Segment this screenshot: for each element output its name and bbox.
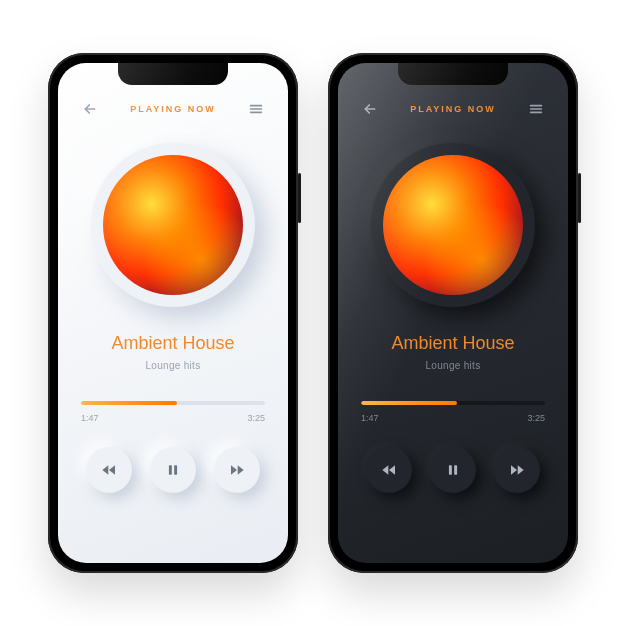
elapsed-time: 1:47	[81, 413, 99, 423]
next-button[interactable]	[214, 447, 260, 493]
progress-fill	[361, 401, 457, 405]
progress-bar[interactable]	[361, 401, 545, 405]
svg-marker-8	[231, 465, 237, 474]
hamburger-icon	[248, 101, 264, 117]
previous-track-icon	[101, 462, 117, 478]
svg-rect-7	[174, 465, 177, 474]
next-button[interactable]	[494, 447, 540, 493]
svg-marker-18	[511, 465, 517, 474]
svg-rect-16	[449, 465, 452, 474]
svg-marker-19	[518, 465, 524, 474]
playback-controls	[86, 447, 260, 493]
album-art-container[interactable]	[371, 143, 535, 307]
time-labels: 1:47 3:25	[81, 413, 265, 423]
previous-track-icon	[381, 462, 397, 478]
track-title: Ambient House	[391, 333, 514, 354]
back-arrow-icon	[82, 101, 98, 117]
album-art	[103, 155, 243, 295]
svg-marker-5	[109, 465, 115, 474]
menu-button[interactable]	[524, 97, 548, 121]
track-subtitle: Lounge hits	[425, 360, 480, 371]
previous-button[interactable]	[86, 447, 132, 493]
album-art	[383, 155, 523, 295]
player-screen-light: PLAYING NOW Ambient House Lounge hits 1:…	[58, 63, 288, 563]
album-art-container[interactable]	[91, 143, 255, 307]
phone-frame-light: PLAYING NOW Ambient House Lounge hits 1:…	[48, 53, 298, 573]
total-time: 3:25	[247, 413, 265, 423]
svg-marker-14	[382, 465, 388, 474]
phone-frame-dark: PLAYING NOW Ambient House Lounge hits 1:…	[328, 53, 578, 573]
svg-marker-4	[102, 465, 108, 474]
next-track-icon	[509, 462, 525, 478]
header-title: PLAYING NOW	[130, 104, 216, 114]
header-title: PLAYING NOW	[410, 104, 496, 114]
progress-area: 1:47 3:25	[361, 401, 545, 423]
back-button[interactable]	[78, 97, 102, 121]
total-time: 3:25	[527, 413, 545, 423]
pause-button[interactable]	[430, 447, 476, 493]
playback-controls	[366, 447, 540, 493]
phone-notch	[398, 63, 508, 85]
pause-icon	[166, 463, 180, 477]
progress-fill	[81, 401, 177, 405]
pause-icon	[446, 463, 460, 477]
progress-area: 1:47 3:25	[81, 401, 265, 423]
svg-rect-6	[169, 465, 172, 474]
back-arrow-icon	[362, 101, 378, 117]
svg-marker-9	[238, 465, 244, 474]
track-title: Ambient House	[111, 333, 234, 354]
phone-notch	[118, 63, 228, 85]
elapsed-time: 1:47	[361, 413, 379, 423]
progress-bar[interactable]	[81, 401, 265, 405]
back-button[interactable]	[358, 97, 382, 121]
svg-rect-17	[454, 465, 457, 474]
next-track-icon	[229, 462, 245, 478]
time-labels: 1:47 3:25	[361, 413, 545, 423]
pause-button[interactable]	[150, 447, 196, 493]
track-subtitle: Lounge hits	[145, 360, 200, 371]
previous-button[interactable]	[366, 447, 412, 493]
menu-button[interactable]	[244, 97, 268, 121]
player-screen-dark: PLAYING NOW Ambient House Lounge hits 1:…	[338, 63, 568, 563]
hamburger-icon	[528, 101, 544, 117]
svg-marker-15	[389, 465, 395, 474]
